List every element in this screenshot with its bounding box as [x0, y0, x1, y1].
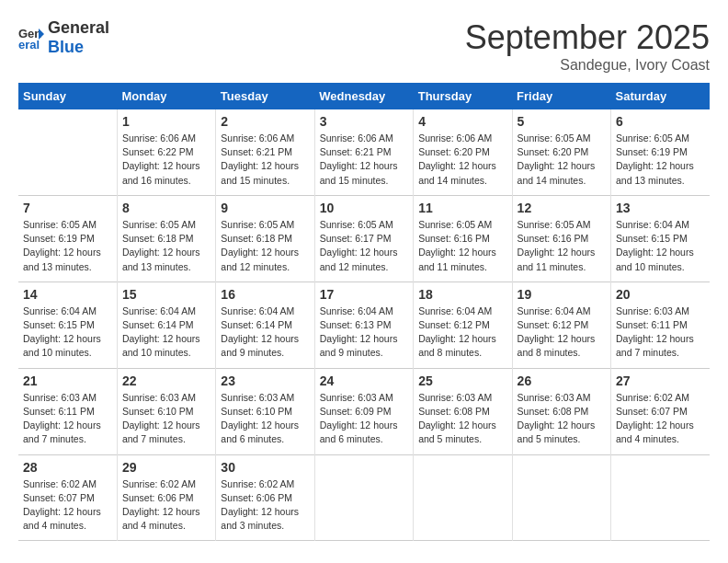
calendar-cell: 26Sunrise: 6:03 AMSunset: 6:08 PMDayligh…	[512, 368, 610, 454]
day-number: 6	[616, 114, 705, 129]
calendar-cell: 2Sunrise: 6:06 AMSunset: 6:21 PMDaylight…	[216, 109, 314, 195]
cell-info: Sunrise: 6:06 AMSunset: 6:21 PMDaylight:…	[320, 132, 408, 188]
day-number: 7	[23, 201, 112, 215]
cell-info: Sunrise: 6:04 AMSunset: 6:12 PMDaylight:…	[518, 304, 606, 361]
day-number: 2	[221, 114, 309, 129]
day-number: 13	[616, 201, 705, 215]
day-number: 17	[320, 287, 408, 302]
calendar-cell: 4Sunrise: 6:06 AMSunset: 6:20 PMDaylight…	[414, 109, 512, 195]
calendar-cell: 28Sunrise: 6:02 AMSunset: 6:07 PMDayligh…	[18, 454, 117, 541]
calendar-cell: 17Sunrise: 6:04 AMSunset: 6:13 PMDayligh…	[314, 282, 413, 368]
weekday-header-saturday: Saturday	[611, 83, 710, 109]
day-number: 30	[221, 460, 309, 475]
calendar-cell: 18Sunrise: 6:04 AMSunset: 6:12 PMDayligh…	[414, 282, 512, 368]
day-number: 1	[122, 114, 210, 129]
day-number: 26	[518, 373, 606, 388]
day-number: 3	[320, 114, 408, 129]
day-number: 14	[23, 287, 112, 302]
calendar-cell: 9Sunrise: 6:05 AMSunset: 6:18 PMDaylight…	[216, 195, 314, 282]
day-number: 29	[122, 460, 210, 475]
calendar-cell: 27Sunrise: 6:02 AMSunset: 6:07 PMDayligh…	[611, 368, 710, 454]
cell-info: Sunrise: 6:04 AMSunset: 6:15 PMDaylight:…	[23, 304, 112, 361]
calendar-cell: 20Sunrise: 6:03 AMSunset: 6:11 PMDayligh…	[611, 282, 710, 368]
day-number: 21	[23, 373, 112, 388]
calendar-cell	[18, 109, 117, 195]
calendar-cell: 3Sunrise: 6:06 AMSunset: 6:21 PMDaylight…	[314, 109, 413, 195]
calendar-cell: 23Sunrise: 6:03 AMSunset: 6:10 PMDayligh…	[216, 368, 314, 454]
day-number: 10	[320, 201, 408, 215]
day-number: 20	[616, 287, 705, 302]
cell-info: Sunrise: 6:03 AMSunset: 6:10 PMDaylight:…	[122, 391, 210, 447]
calendar-cell	[512, 454, 610, 541]
cell-info: Sunrise: 6:03 AMSunset: 6:09 PMDaylight:…	[320, 391, 408, 447]
cell-info: Sunrise: 6:05 AMSunset: 6:19 PMDaylight:…	[616, 132, 705, 188]
calendar-cell: 15Sunrise: 6:04 AMSunset: 6:14 PMDayligh…	[117, 282, 215, 368]
day-number: 12	[518, 201, 606, 215]
calendar-cell: 21Sunrise: 6:03 AMSunset: 6:11 PMDayligh…	[18, 368, 117, 454]
day-number: 27	[616, 373, 705, 388]
calendar-cell	[414, 454, 512, 541]
cell-info: Sunrise: 6:05 AMSunset: 6:18 PMDaylight:…	[221, 218, 309, 274]
cell-info: Sunrise: 6:02 AMSunset: 6:06 PMDaylight:…	[122, 477, 210, 534]
calendar-cell: 29Sunrise: 6:02 AMSunset: 6:06 PMDayligh…	[117, 454, 215, 541]
day-number: 25	[418, 373, 506, 388]
logo-general-text: General	[48, 18, 109, 37]
location-text: Sandegue, Ivory Coast	[465, 57, 710, 74]
day-number: 8	[122, 201, 210, 215]
day-number: 15	[122, 287, 210, 302]
cell-info: Sunrise: 6:03 AMSunset: 6:11 PMDaylight:…	[23, 391, 112, 447]
week-row-1: 1Sunrise: 6:06 AMSunset: 6:22 PMDaylight…	[18, 109, 710, 195]
calendar-cell: 14Sunrise: 6:04 AMSunset: 6:15 PMDayligh…	[18, 282, 117, 368]
day-number: 23	[221, 373, 309, 388]
cell-info: Sunrise: 6:06 AMSunset: 6:20 PMDaylight:…	[418, 132, 506, 188]
day-number: 22	[122, 373, 210, 388]
calendar-cell	[314, 454, 413, 541]
cell-info: Sunrise: 6:05 AMSunset: 6:16 PMDaylight:…	[518, 218, 606, 274]
calendar-cell: 30Sunrise: 6:02 AMSunset: 6:06 PMDayligh…	[216, 454, 314, 541]
cell-info: Sunrise: 6:03 AMSunset: 6:08 PMDaylight:…	[518, 391, 606, 447]
day-number: 11	[418, 201, 506, 215]
weekday-header-sunday: Sunday	[18, 83, 117, 109]
week-row-2: 7Sunrise: 6:05 AMSunset: 6:19 PMDaylight…	[18, 195, 710, 282]
cell-info: Sunrise: 6:05 AMSunset: 6:20 PMDaylight:…	[518, 132, 606, 188]
calendar-cell	[611, 454, 710, 541]
calendar-cell: 1Sunrise: 6:06 AMSunset: 6:22 PMDaylight…	[117, 109, 215, 195]
weekday-header-monday: Monday	[117, 83, 215, 109]
cell-info: Sunrise: 6:02 AMSunset: 6:06 PMDaylight:…	[221, 477, 309, 534]
calendar-table: SundayMondayTuesdayWednesdayThursdayFrid…	[18, 83, 710, 541]
weekday-header-row: SundayMondayTuesdayWednesdayThursdayFrid…	[18, 83, 710, 109]
calendar-cell: 8Sunrise: 6:05 AMSunset: 6:18 PMDaylight…	[117, 195, 215, 282]
weekday-header-friday: Friday	[512, 83, 610, 109]
cell-info: Sunrise: 6:02 AMSunset: 6:07 PMDaylight:…	[616, 391, 705, 447]
day-number: 28	[23, 460, 112, 475]
cell-info: Sunrise: 6:04 AMSunset: 6:14 PMDaylight:…	[221, 304, 309, 361]
calendar-cell: 6Sunrise: 6:05 AMSunset: 6:19 PMDaylight…	[611, 109, 710, 195]
weekday-header-tuesday: Tuesday	[216, 83, 314, 109]
logo: Gen eral General Blue	[18, 18, 109, 57]
page-header: Gen eral General Blue September 2025 San…	[18, 18, 710, 74]
cell-info: Sunrise: 6:05 AMSunset: 6:17 PMDaylight:…	[320, 218, 408, 274]
cell-info: Sunrise: 6:04 AMSunset: 6:14 PMDaylight:…	[122, 304, 210, 361]
calendar-cell: 19Sunrise: 6:04 AMSunset: 6:12 PMDayligh…	[512, 282, 610, 368]
cell-info: Sunrise: 6:05 AMSunset: 6:18 PMDaylight:…	[122, 218, 210, 274]
calendar-cell: 13Sunrise: 6:04 AMSunset: 6:15 PMDayligh…	[611, 195, 710, 282]
calendar-cell: 12Sunrise: 6:05 AMSunset: 6:16 PMDayligh…	[512, 195, 610, 282]
calendar-cell: 11Sunrise: 6:05 AMSunset: 6:16 PMDayligh…	[414, 195, 512, 282]
cell-info: Sunrise: 6:05 AMSunset: 6:19 PMDaylight:…	[23, 218, 112, 274]
calendar-cell: 7Sunrise: 6:05 AMSunset: 6:19 PMDaylight…	[18, 195, 117, 282]
day-number: 19	[518, 287, 606, 302]
cell-info: Sunrise: 6:04 AMSunset: 6:12 PMDaylight:…	[418, 304, 506, 361]
week-row-5: 28Sunrise: 6:02 AMSunset: 6:07 PMDayligh…	[18, 454, 710, 541]
title-block: September 2025 Sandegue, Ivory Coast	[465, 18, 710, 74]
day-number: 5	[518, 114, 606, 129]
cell-info: Sunrise: 6:03 AMSunset: 6:08 PMDaylight:…	[418, 391, 506, 447]
weekday-header-thursday: Thursday	[414, 83, 512, 109]
cell-info: Sunrise: 6:06 AMSunset: 6:21 PMDaylight:…	[221, 132, 309, 188]
weekday-header-wednesday: Wednesday	[314, 83, 413, 109]
day-number: 9	[221, 201, 309, 215]
week-row-4: 21Sunrise: 6:03 AMSunset: 6:11 PMDayligh…	[18, 368, 710, 454]
calendar-cell: 16Sunrise: 6:04 AMSunset: 6:14 PMDayligh…	[216, 282, 314, 368]
day-number: 4	[418, 114, 506, 129]
cell-info: Sunrise: 6:05 AMSunset: 6:16 PMDaylight:…	[418, 218, 506, 274]
logo-blue-text: Blue	[48, 38, 84, 56]
